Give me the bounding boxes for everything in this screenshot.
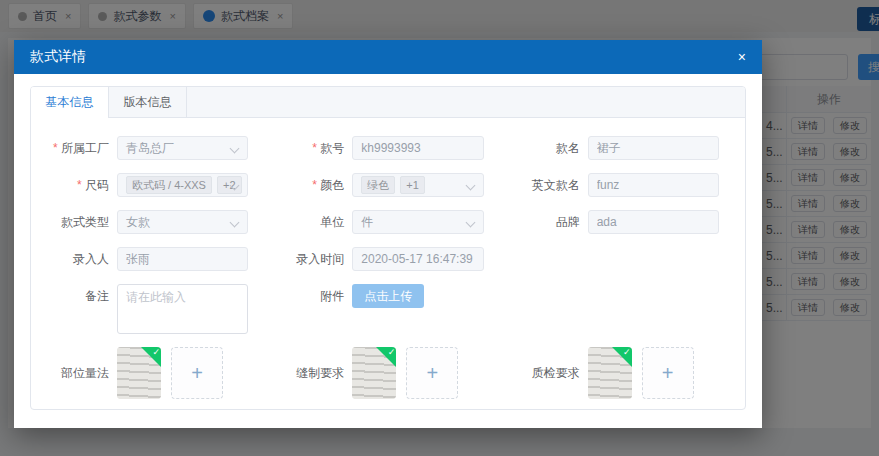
field-color: 颜色 绿色 +1 <box>274 173 483 197</box>
style-no-label: 款号 <box>274 136 344 160</box>
add-image-button[interactable]: + <box>642 347 694 399</box>
factory-select[interactable]: 青岛总厂 <box>117 136 248 160</box>
qc-req-label: 质检要求 <box>510 361 580 385</box>
field-factory: 所属工厂 青岛总厂 <box>39 136 248 160</box>
style-name-label: 款名 <box>510 136 580 160</box>
color-label: 颜色 <box>274 173 344 197</box>
plus-icon: + <box>426 362 438 385</box>
unit-value: 件 <box>361 214 373 231</box>
unit-label: 单位 <box>274 210 344 234</box>
app-root: 首页 × 款式参数 × 款式档案 × 标签打印 搜索 操作 <box>0 0 879 456</box>
style-type-label: 款式类型 <box>39 210 109 234</box>
field-measure-method: 部位量法 ✓ + <box>39 347 248 399</box>
color-select[interactable]: 绿色 +1 <box>352 173 483 197</box>
style-name-input[interactable] <box>588 136 719 160</box>
sewing-req-label: 缝制要求 <box>274 361 344 385</box>
color-tag: 绿色 <box>361 176 395 194</box>
field-sewing-req: 缝制要求 ✓ + <box>274 347 483 399</box>
add-image-button[interactable]: + <box>171 347 223 399</box>
tab-version-info[interactable]: 版本信息 <box>109 87 187 117</box>
close-icon[interactable]: × <box>738 50 746 64</box>
field-spacer <box>510 284 719 334</box>
modal-body: 基本信息 版本信息 所属工厂 青岛总厂 <box>14 74 762 410</box>
upload-attachment-button[interactable]: 点击上传 <box>352 284 424 308</box>
chevron-down-icon <box>465 218 475 228</box>
field-entered-by: 录入人 <box>39 247 248 271</box>
entered-by-input[interactable] <box>117 247 248 271</box>
style-type-value: 女款 <box>126 214 150 231</box>
info-card: 基本信息 版本信息 所属工厂 青岛总厂 <box>30 86 746 410</box>
entered-at-label: 录入时间 <box>274 247 344 271</box>
size-select[interactable]: 欧式码 / 4-XXS +2 <box>117 173 248 197</box>
measure-method-label: 部位量法 <box>39 361 109 385</box>
field-spacer <box>510 247 719 271</box>
field-size: 尺码 欧式码 / 4-XXS +2 <box>39 173 248 197</box>
field-en-name: 英文款名 <box>510 173 719 197</box>
tab-basic-info[interactable]: 基本信息 <box>31 87 109 118</box>
unit-select[interactable]: 件 <box>352 210 483 234</box>
field-entered-at: 录入时间 <box>274 247 483 271</box>
en-name-input[interactable] <box>588 173 719 197</box>
field-remark: 备注 <box>39 284 248 334</box>
field-style-no: 款号 <box>274 136 483 160</box>
chevron-down-icon <box>465 181 475 191</box>
style-type-select[interactable]: 女款 <box>117 210 248 234</box>
measure-method-thumbnail[interactable]: ✓ <box>117 347 161 399</box>
field-style-type: 款式类型 女款 <box>39 210 248 234</box>
style-no-input[interactable] <box>352 136 483 160</box>
remark-textarea[interactable] <box>117 284 248 334</box>
color-extra-tag: +1 <box>400 176 425 194</box>
attachment-label: 附件 <box>274 284 344 308</box>
chevron-down-icon <box>230 144 240 154</box>
brand-label: 品牌 <box>510 210 580 234</box>
check-icon: ✓ <box>152 347 160 357</box>
brand-input[interactable] <box>588 210 719 234</box>
remark-label: 备注 <box>39 284 109 308</box>
field-attachment: 附件 点击上传 <box>274 284 483 334</box>
field-unit: 单位 件 <box>274 210 483 234</box>
qc-req-thumbnail[interactable]: ✓ <box>588 347 632 399</box>
factory-value: 青岛总厂 <box>126 140 174 157</box>
modal-tab-bar: 基本信息 版本信息 <box>31 87 745 118</box>
field-qc-req: 质检要求 ✓ + <box>510 347 719 399</box>
en-name-label: 英文款名 <box>510 173 580 197</box>
sewing-req-thumbnail[interactable]: ✓ <box>352 347 396 399</box>
field-style-name: 款名 <box>510 136 719 160</box>
style-form: 所属工厂 青岛总厂 款号 款名 <box>31 118 745 399</box>
plus-icon: + <box>191 362 203 385</box>
check-icon: ✓ <box>388 347 396 357</box>
size-label: 尺码 <box>39 173 109 197</box>
field-brand: 品牌 <box>510 210 719 234</box>
factory-label: 所属工厂 <box>39 136 109 160</box>
size-tag: 欧式码 / 4-XXS <box>126 176 212 194</box>
plus-icon: + <box>662 362 674 385</box>
chevron-down-icon <box>230 218 240 228</box>
check-icon: ✓ <box>623 347 631 357</box>
modal-header: 款式详情 × <box>14 40 762 74</box>
entered-by-label: 录入人 <box>39 247 109 271</box>
style-detail-modal: 款式详情 × 基本信息 版本信息 所属工厂 青岛总厂 <box>14 40 762 428</box>
entered-at-input[interactable] <box>352 247 483 271</box>
modal-title: 款式详情 <box>30 48 86 66</box>
add-image-button[interactable]: + <box>406 347 458 399</box>
